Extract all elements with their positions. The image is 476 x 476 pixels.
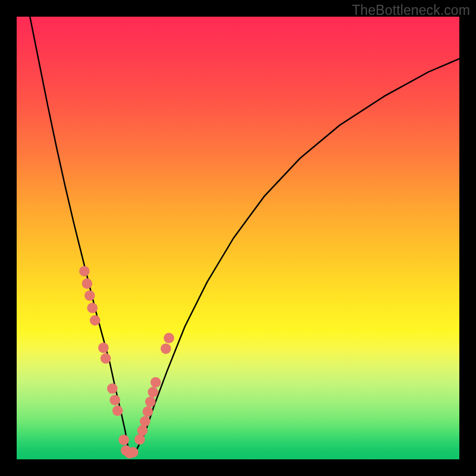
curve-marker	[151, 377, 161, 388]
curve-marker	[128, 447, 139, 458]
curve-marker	[137, 425, 148, 436]
curve-marker	[101, 353, 111, 364]
curve-markers	[79, 266, 174, 458]
plot-area	[17, 17, 459, 459]
curve-marker	[164, 333, 174, 343]
curve-marker	[161, 343, 171, 354]
curve-marker	[142, 406, 153, 417]
curve-marker	[107, 383, 118, 394]
curve-marker	[118, 434, 129, 445]
curve-marker	[145, 396, 156, 407]
bottleneck-curve-svg	[17, 17, 459, 459]
curve-marker	[87, 303, 98, 314]
curve-marker	[109, 395, 120, 406]
curve-marker	[134, 434, 145, 445]
curve-marker	[84, 290, 95, 301]
curve-marker	[148, 387, 158, 397]
watermark-text: TheBottleneck.com	[352, 2, 470, 18]
chart-frame: TheBottleneck.com	[0, 0, 476, 476]
curve-marker	[82, 278, 93, 289]
curve-marker	[140, 416, 151, 427]
curve-marker	[112, 405, 123, 416]
curve-marker	[90, 315, 101, 326]
bottleneck-curve-path	[30, 17, 459, 450]
curve-marker	[98, 343, 109, 353]
curve-marker	[79, 266, 90, 277]
